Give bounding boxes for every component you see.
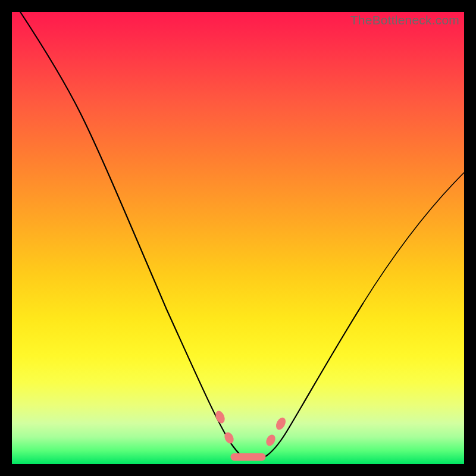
curves-layer — [12, 12, 464, 464]
right-dot-upper — [274, 416, 288, 431]
right-curve-upper — [363, 173, 464, 303]
chart-frame: TheBottleneck.com — [0, 0, 476, 476]
right-curve-lower — [259, 303, 363, 459]
right-dot-lower — [264, 433, 277, 447]
plot-area: TheBottleneck.com — [12, 12, 464, 464]
left-curve — [20, 12, 249, 459]
